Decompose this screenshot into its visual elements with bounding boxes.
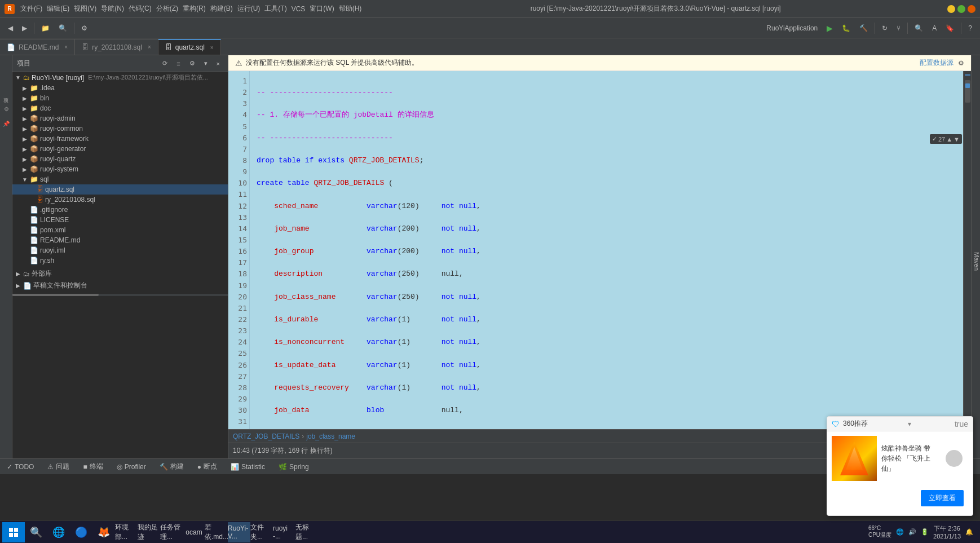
profiler-button[interactable]: ◎ Profiler <box>114 462 148 472</box>
tree-common[interactable]: ▶ 📦 ruoyi-common <box>12 123 228 134</box>
arrow-up[interactable]: ▲ <box>946 136 952 143</box>
tree-gitignore[interactable]: 📄 .gitignore <box>12 205 228 215</box>
update-button[interactable]: ↻ <box>879 21 891 35</box>
tree-readme[interactable]: 📄 README.md <box>12 235 228 245</box>
app-menu-build[interactable]: 构建(B) <box>208 4 235 14</box>
notification-icon[interactable]: 🔔 <box>965 528 973 536</box>
minimize-button[interactable] <box>947 5 955 13</box>
tab-quartz-sql[interactable]: 🗄 quartz.sql × <box>158 39 221 55</box>
taskbar-env[interactable]: 环境部... <box>115 522 138 542</box>
taskbar-task-mgr[interactable]: 任务管理... <box>160 522 183 542</box>
right-minimap[interactable]: ✓ 27 ▲ ▼ <box>963 71 971 429</box>
app-menu-help[interactable]: 帮助(H) <box>337 4 364 14</box>
tree-scratch[interactable]: ▶ 📄 草稿文件和控制台 <box>12 280 228 292</box>
tree-admin[interactable]: ▶ 📦 ruoyi-admin <box>12 113 228 123</box>
app-menu-view[interactable]: 视图(V) <box>72 4 99 14</box>
search-everywhere-button[interactable]: 🔍 <box>55 21 70 35</box>
settings-button[interactable]: ⚙ <box>78 21 91 35</box>
run-button[interactable]: ▶ <box>823 21 836 35</box>
arrow-down[interactable]: ▼ <box>953 136 960 143</box>
tree-pom[interactable]: 📄 pom.xml <box>12 225 228 235</box>
tree-root[interactable]: ▼ 🗂 RuoYi-Vue [ruoyi] E:\my-Java-2020122… <box>12 72 228 83</box>
tree-quartz[interactable]: ▶ 📦 ruoyi-quartz <box>12 154 228 164</box>
tree-sh[interactable]: 📄 ry.sh <box>12 255 228 266</box>
taskbar-file-mgr[interactable]: 文件夹... <box>250 522 273 542</box>
popup-close-button[interactable]: true <box>955 420 968 429</box>
tree-license[interactable]: 📄 LICENSE <box>12 215 228 225</box>
tree-external[interactable]: ▶ 🗂 外部库 <box>12 268 228 280</box>
tab-readme[interactable]: 📄 README.md × <box>0 39 75 55</box>
taskbar-edge[interactable]: 🌐 <box>47 522 70 542</box>
sidebar-settings-button[interactable]: ⚙ <box>186 59 198 69</box>
todo-button[interactable]: ✓ TODO <box>5 462 36 472</box>
code-editor[interactable]: 1 2 3 4 5 6 7 8 9 10 11 12 13 14 15 16 1… <box>228 71 971 429</box>
clock[interactable]: 下午 2:36 2021/1/13 <box>933 524 961 540</box>
tree-doc[interactable]: ▶ 📁 doc <box>12 103 228 113</box>
tab-ry-sql[interactable]: 🗄 ry_20210108.sql × <box>75 39 158 55</box>
sidebar-gear-button[interactable]: ▾ <box>201 59 211 69</box>
tab-quartz-close[interactable]: × <box>210 45 214 51</box>
tree-quartz-sql[interactable]: 🗄 quartz.sql <box>12 184 228 195</box>
tree-iml[interactable]: 📄 ruoyi.iml <box>12 245 228 255</box>
find-button[interactable]: 🔍 <box>911 21 926 35</box>
debug-button[interactable]: 🐛 <box>838 21 854 35</box>
sidebar-scrollbar[interactable] <box>12 294 228 296</box>
breadcrumb-field[interactable]: job_class_name <box>306 432 355 440</box>
popup-minimize[interactable]: ▾ <box>908 420 911 428</box>
tree-system[interactable]: ▶ 📦 ruoyi-system <box>12 164 228 174</box>
tree-sql[interactable]: ▼ 📁 sql <box>12 174 228 184</box>
tree-bin[interactable]: ▶ 📁 bin <box>12 93 228 103</box>
taskbar-ruoyi-tool[interactable]: ruoyi -... <box>273 522 295 542</box>
taskbar-ocam[interactable]: ocam <box>183 522 205 542</box>
maven-sidebar[interactable]: Maven <box>971 55 980 458</box>
left-icon-3[interactable]: 📌 <box>1 118 11 129</box>
sidebar-scrollbar-thumb[interactable] <box>12 294 99 296</box>
app-menu-window[interactable]: 窗口(W) <box>307 4 336 14</box>
sidebar-close-button[interactable]: × <box>213 59 223 69</box>
forward-button[interactable]: ▶ <box>19 21 30 35</box>
app-selector[interactable]: RuoYiApplication <box>763 21 821 35</box>
left-icon-2[interactable]: ⚙ <box>1 104 11 114</box>
terminal-button[interactable]: ■ 终端 <box>81 461 105 473</box>
build-output-button[interactable]: 🔨 构建 <box>157 461 186 473</box>
app-menu-nav[interactable]: 导航(N) <box>99 4 126 14</box>
tab-ry-sql-close[interactable]: × <box>148 44 151 50</box>
tab-readme-close[interactable]: × <box>64 44 68 50</box>
close-button[interactable] <box>968 5 975 13</box>
app-menu-file[interactable]: 文件(F) <box>18 4 45 14</box>
taskbar-blank-note[interactable]: 无标题... <box>295 522 318 542</box>
sidebar-sync-button[interactable]: ⟳ <box>159 59 171 69</box>
app-menu-code[interactable]: 代码(C) <box>126 4 154 14</box>
app-menu-vcs[interactable]: VCS <box>289 5 308 13</box>
project-view-button[interactable]: 📁 <box>38 21 53 35</box>
taskbar-foot[interactable]: 我的足迹 <box>138 522 160 542</box>
tree-ry-sql[interactable]: 🗄 ry_20210108.sql <box>12 195 228 205</box>
tree-idea[interactable]: ▶ 📁 .idea <box>12 83 228 93</box>
left-icon-1[interactable]: 项目 <box>1 89 11 99</box>
info-settings-icon[interactable]: ⚙ <box>958 59 964 67</box>
back-button[interactable]: ◀ <box>5 21 16 35</box>
git-button[interactable]: ⑂ <box>893 21 904 35</box>
help-button[interactable]: ? <box>965 21 975 35</box>
spring-button[interactable]: 🌿 Spring <box>276 462 311 472</box>
app-menu-tools[interactable]: 工具(T) <box>262 4 289 14</box>
app-menu-run[interactable]: 运行(U) <box>235 4 263 14</box>
sidebar-collapse-button[interactable]: ≡ <box>173 59 183 69</box>
popup-play-btn[interactable]: ▶ <box>940 450 968 467</box>
taskbar-search[interactable]: 🔍 <box>25 522 47 542</box>
statistic-button[interactable]: 📊 Statistic <box>228 462 267 472</box>
start-button[interactable] <box>2 522 25 542</box>
taskbar-firefox[interactable]: 🦊 <box>92 522 115 542</box>
app-menu-edit[interactable]: 编辑(E) <box>45 4 72 14</box>
code-content[interactable]: -- ---------------------------- -- 1. 存储… <box>250 71 963 429</box>
problems-button[interactable]: ⚠ 问题 <box>45 461 72 473</box>
translate-button[interactable]: A <box>929 21 940 35</box>
breakpoints-button[interactable]: ● 断点 <box>195 461 219 473</box>
tree-framework[interactable]: ▶ 📦 ruoyi-framework <box>12 134 228 144</box>
app-menu-analyze[interactable]: 分析(Z) <box>154 4 180 14</box>
network-icon[interactable]: 🌐 <box>896 528 904 536</box>
build-button[interactable]: 🔨 <box>856 21 871 35</box>
breadcrumb-table[interactable]: QRTZ_JOB_DETAILS <box>233 432 299 440</box>
taskbar-circle[interactable]: 🔵 <box>70 522 92 542</box>
volume-icon[interactable]: 🔊 <box>908 528 916 536</box>
